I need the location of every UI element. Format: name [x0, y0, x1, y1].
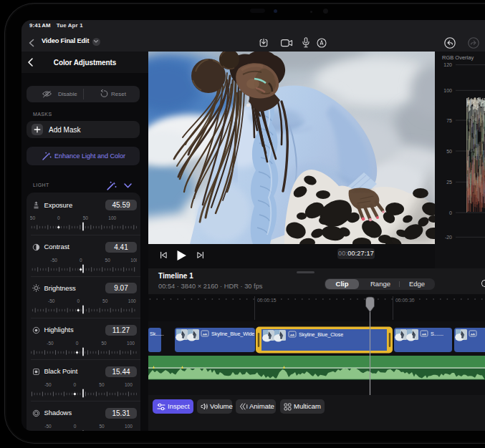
- svg-text:120: 120: [443, 62, 452, 67]
- svg-text:100: 100: [443, 88, 452, 93]
- svg-text:100: 100: [128, 298, 136, 303]
- svg-text:0: 0: [76, 341, 79, 346]
- svg-text:0: 0: [57, 215, 60, 220]
- svg-text:0: 0: [74, 382, 77, 387]
- svg-text:-20: -20: [445, 235, 452, 240]
- svg-text:-50: -50: [30, 215, 35, 220]
- svg-text:0: 0: [80, 258, 82, 263]
- svg-text:Sk......: Sk......: [150, 331, 164, 337]
- svg-text:RGB Overlay: RGB Overlay: [442, 54, 474, 61]
- svg-text:75: 75: [446, 118, 452, 123]
- svg-text:50: 50: [105, 258, 111, 263]
- svg-text:100: 100: [125, 382, 133, 387]
- svg-text:100: 100: [125, 424, 133, 429]
- svg-text:-50: -50: [44, 382, 52, 387]
- svg-text:50: 50: [446, 149, 452, 154]
- svg-text:-50: -50: [48, 298, 55, 303]
- svg-text:-50: -50: [47, 341, 54, 346]
- svg-text:100: 100: [108, 215, 116, 220]
- svg-text:50: 50: [101, 341, 107, 346]
- svg-text:25: 25: [446, 180, 452, 185]
- svg-text:100: 100: [130, 258, 137, 263]
- svg-text:0: 0: [74, 424, 77, 429]
- svg-text:50: 50: [99, 424, 105, 429]
- svg-text:Skyline_Blue_Wide: Skyline_Blue_Wide: [211, 331, 254, 337]
- svg-text:00:00:30: 00:00:30: [395, 298, 415, 303]
- svg-text:50: 50: [102, 298, 108, 303]
- svg-text:0: 0: [449, 210, 452, 215]
- svg-text:Skyline_Blue_Close: Skyline_Blue_Close: [299, 331, 343, 338]
- svg-text:50: 50: [83, 215, 89, 220]
- svg-text:00:00:15: 00:00:15: [257, 298, 277, 303]
- svg-text:100: 100: [127, 341, 135, 346]
- svg-text:0: 0: [77, 298, 80, 303]
- svg-text:S.......: S.......: [431, 331, 443, 337]
- svg-text:-50: -50: [50, 258, 57, 263]
- svg-text:50: 50: [99, 382, 105, 387]
- svg-text:-50: -50: [44, 424, 52, 429]
